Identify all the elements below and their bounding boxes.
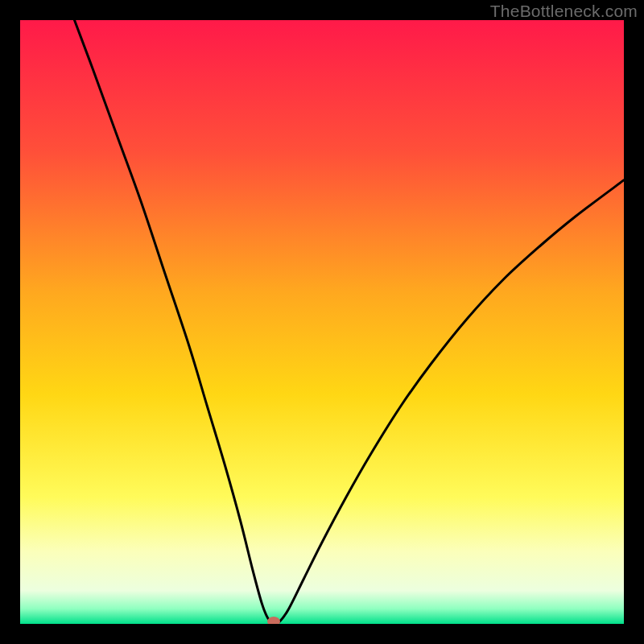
watermark-label: TheBottleneck.com bbox=[490, 2, 638, 21]
gradient-background bbox=[20, 20, 624, 624]
chart-canvas bbox=[20, 20, 624, 624]
chart-frame: TheBottleneck.com bbox=[0, 0, 644, 644]
plot-area bbox=[20, 20, 624, 624]
